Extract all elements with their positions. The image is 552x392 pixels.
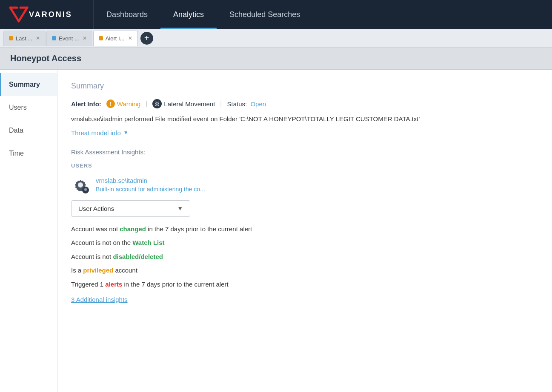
top-navigation: VARONIS Dashboards Analytics Scheduled S… — [0, 0, 552, 29]
alert-info-row: Alert Info: ! Warning | ⛓ Lateral Moveme… — [71, 99, 538, 108]
svg-point-6 — [78, 182, 83, 187]
sidebar-item-time[interactable]: Time — [0, 142, 57, 165]
separator-1: | — [146, 100, 147, 108]
page-title-bar: Honeypot Access — [0, 48, 552, 70]
logo-text: VARONIS — [29, 10, 72, 19]
user-desc[interactable]: Built-in account for administering the c… — [96, 186, 205, 193]
tab-add-button[interactable]: + — [140, 32, 153, 45]
additional-insights-link[interactable]: 3 Additional insights — [71, 296, 538, 303]
nav-analytics[interactable]: Analytics — [160, 0, 217, 29]
tab-label-alert-i: Alert I... — [106, 35, 125, 42]
user-name[interactable]: vrnslab.se\itadmin — [96, 177, 205, 184]
user-details: vrnslab.se\itadmin Built-in account for … — [96, 177, 205, 193]
user-gear-icon — [71, 176, 90, 194]
chevron-down-icon: ▼ — [123, 130, 129, 136]
main-layout: Summary Users Data Time Summary Alert In… — [0, 70, 552, 392]
lateral-movement-icon: ⛓ — [152, 99, 162, 108]
svg-line-1 — [10, 8, 19, 21]
nav-dashboards[interactable]: Dashboards — [94, 0, 160, 29]
status-value[interactable]: Open — [250, 100, 266, 108]
svg-line-2 — [19, 8, 27, 21]
user-card: vrnslab.se\itadmin Built-in account for … — [71, 176, 538, 304]
status-text: Status: — [227, 100, 247, 108]
threat-model-link-text: Threat model info — [71, 129, 121, 136]
tab-dot-event — [52, 36, 56, 40]
user-info-row: vrnslab.se\itadmin Built-in account for … — [71, 176, 538, 194]
nav-scheduled-searches[interactable]: Scheduled Searches — [217, 0, 313, 29]
tab-alert-i[interactable]: Alert I... ✕ — [93, 31, 138, 46]
section-title: Summary — [71, 82, 538, 91]
tab-label-event: Event ... — [59, 35, 79, 42]
tab-dot-last — [9, 36, 13, 40]
tab-close-last[interactable]: ✕ — [36, 35, 40, 41]
tab-bar: Last ... ✕ Event ... ✕ Alert I... ✕ + — [0, 29, 552, 48]
varonis-logo: VARONIS — [9, 6, 72, 23]
status-label: Status: Open — [227, 100, 266, 108]
varonis-logo-icon — [9, 6, 29, 23]
user-actions-label: User Actions — [78, 205, 114, 212]
user-actions-dropdown[interactable]: User Actions ▼ — [71, 200, 190, 217]
risk-assessment-label: Risk Assessment Insights: — [71, 148, 538, 156]
sidebar-item-users[interactable]: Users — [0, 96, 57, 119]
alert-info-label: Alert Info: — [71, 100, 101, 108]
tab-label-last: Last ... — [16, 35, 32, 42]
sidebar-item-summary[interactable]: Summary — [0, 73, 57, 96]
insight-item-1: Account is not on the Watch List — [71, 238, 538, 248]
event-description: vrnslab.se\itadmin performed File modifi… — [71, 114, 538, 124]
lateral-movement: ⛓ Lateral Movement — [152, 99, 215, 108]
tab-event[interactable]: Event ... ✕ — [46, 31, 92, 46]
sidebar: Summary Users Data Time — [0, 70, 57, 392]
insight-highlight-changed: changed — [120, 225, 146, 233]
threat-model-link[interactable]: Threat model info ▼ — [71, 129, 538, 136]
sidebar-item-data[interactable]: Data — [0, 119, 57, 142]
users-section-label: USERS — [71, 162, 538, 169]
warning-icon: ! — [106, 99, 115, 108]
tab-last[interactable]: Last ... ✕ — [3, 31, 46, 46]
tab-close-alert-i[interactable]: ✕ — [128, 35, 132, 41]
insight-item-2: Account is not disabled/deleted — [71, 252, 538, 262]
insight-item-3: Is a privileged account — [71, 266, 538, 276]
separator-2: | — [220, 100, 222, 108]
insight-highlight-alerts: alerts — [105, 281, 122, 288]
insight-highlight-disabled: disabled/deleted — [113, 253, 163, 260]
alert-severity-label: Warning — [117, 100, 140, 108]
lateral-movement-label: Lateral Movement — [164, 100, 215, 108]
tab-close-event[interactable]: ✕ — [83, 35, 87, 41]
insight-highlight-watchlist: Watch List — [132, 239, 164, 246]
logo-area: VARONIS — [0, 0, 94, 29]
insight-item-4: Triggered 1 alerts in the 7 days prior t… — [71, 280, 538, 290]
insight-highlight-privileged: privileged — [83, 267, 113, 274]
tab-dot-alert-i — [99, 36, 103, 40]
dropdown-chevron-icon: ▼ — [177, 205, 183, 212]
alert-severity: ! Warning — [106, 99, 140, 108]
nav-items: Dashboards Analytics Scheduled Searches — [94, 0, 552, 29]
page-title: Honeypot Access — [10, 54, 81, 63]
insight-item-0: Account was not changed in the 7 days pr… — [71, 224, 538, 234]
content-area: Summary Alert Info: ! Warning | ⛓ Latera… — [57, 70, 552, 392]
